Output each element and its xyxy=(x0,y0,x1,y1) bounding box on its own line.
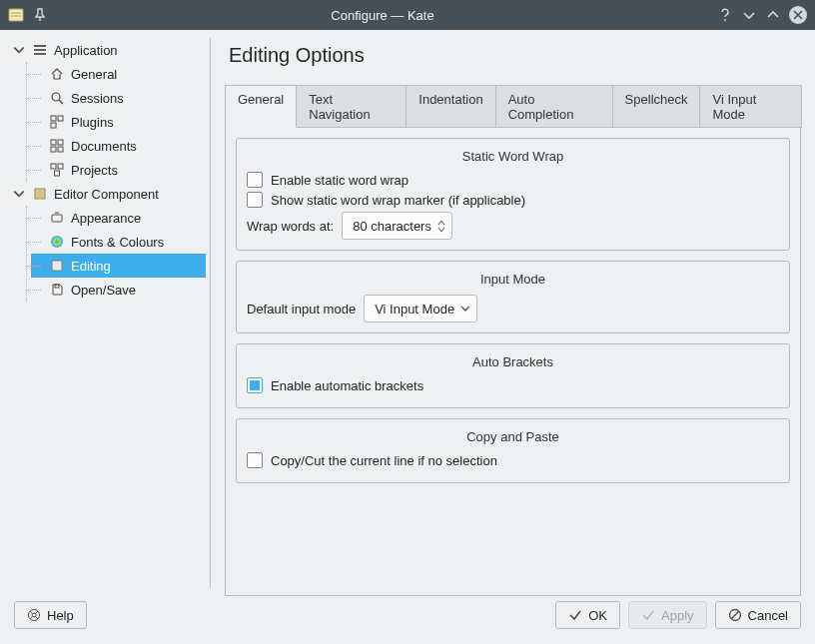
svg-rect-23 xyxy=(52,261,62,271)
tab-general[interactable]: General xyxy=(225,85,297,128)
sidebar-item-label: Projects xyxy=(71,163,118,178)
sidebar-item-appearance[interactable]: Appearance xyxy=(31,206,206,230)
svg-rect-19 xyxy=(35,189,45,199)
tab-vi-input-mode[interactable]: Vi Input Mode xyxy=(699,85,802,128)
sidebar-item-label: Sessions xyxy=(71,91,124,106)
titlebar: Configure — Kate xyxy=(0,0,815,30)
check-icon xyxy=(641,608,655,622)
svg-point-3 xyxy=(724,19,726,21)
check-icon xyxy=(568,608,582,622)
chevron-down-icon xyxy=(12,187,26,201)
svg-rect-12 xyxy=(51,140,56,145)
tab-bar: General Text Navigation Indentation Auto… xyxy=(225,85,801,128)
editor-icon xyxy=(32,186,48,202)
minimize-icon[interactable] xyxy=(741,7,757,23)
checkbox-enable-static-word-wrap[interactable] xyxy=(247,172,263,188)
chevron-up-icon xyxy=(437,220,445,226)
pin-icon[interactable] xyxy=(32,7,48,23)
content: Editing Options General Text Navigation … xyxy=(211,30,815,596)
svg-rect-16 xyxy=(51,164,56,169)
svg-rect-24 xyxy=(55,285,59,288)
sidebar-item-label: Appearance xyxy=(71,211,141,226)
cancel-icon xyxy=(728,608,742,622)
svg-point-22 xyxy=(51,236,63,248)
sidebar-item-open-save[interactable]: Open/Save xyxy=(31,278,206,302)
application-icon xyxy=(32,42,48,58)
checkbox-label: Show static word wrap marker (if applica… xyxy=(271,193,525,208)
chevron-down-icon xyxy=(12,43,26,57)
sidebar-item-sessions[interactable]: Sessions xyxy=(31,86,206,110)
svg-rect-14 xyxy=(51,147,56,152)
default-input-mode-label: Default input mode xyxy=(247,302,356,317)
svg-point-7 xyxy=(52,93,60,101)
checkbox-label: Enable static word wrap xyxy=(271,173,408,188)
ok-button[interactable]: OK xyxy=(555,601,620,629)
svg-rect-15 xyxy=(58,147,63,152)
spin-arrows[interactable] xyxy=(437,220,445,233)
tab-text-navigation[interactable]: Text Navigation xyxy=(296,85,407,128)
tab-indentation[interactable]: Indentation xyxy=(406,85,495,128)
button-label: Cancel xyxy=(748,608,788,623)
sidebar-item-label: Fonts & Colours xyxy=(71,235,164,250)
sidebar-item-documents[interactable]: Documents xyxy=(31,134,206,158)
documents-icon xyxy=(49,138,65,154)
sidebar-item-general[interactable]: General xyxy=(31,62,206,86)
svg-line-32 xyxy=(731,612,738,619)
tab-panel-general: Static Word Wrap Enable static word wrap… xyxy=(225,127,801,596)
tab-spellcheck[interactable]: Spellcheck xyxy=(612,85,701,128)
window-title: Configure — Kate xyxy=(48,8,717,23)
chevron-down-icon xyxy=(460,304,470,314)
fonts-colours-icon xyxy=(49,234,65,250)
tree-section-label: Editor Component xyxy=(54,187,159,202)
checkbox-show-static-word-wrap-marker[interactable] xyxy=(247,192,263,208)
group-auto-brackets: Auto Brackets Enable automatic brackets xyxy=(236,343,790,408)
window: Configure — Kate Applic xyxy=(0,0,815,644)
group-title: Auto Brackets xyxy=(247,354,779,369)
svg-line-28 xyxy=(36,611,39,614)
sidebar-item-label: General xyxy=(71,67,117,82)
wrap-words-spinbox[interactable]: 80 characters xyxy=(342,212,452,240)
sidebar-item-editing[interactable]: Editing xyxy=(31,254,206,278)
sidebar-item-projects[interactable]: Projects xyxy=(31,158,206,182)
tree-section-header-editor[interactable]: Editor Component xyxy=(10,182,206,206)
page-title: Editing Options xyxy=(229,44,801,67)
wrap-words-label: Wrap words at: xyxy=(247,219,334,234)
editing-icon xyxy=(49,258,65,274)
checkbox-copy-cut-current-line[interactable] xyxy=(247,452,263,468)
main: Application General Sessions Plugins xyxy=(0,30,815,596)
button-label: Help xyxy=(47,608,74,623)
tree-section-header-application[interactable]: Application xyxy=(10,38,206,62)
help-icon[interactable] xyxy=(717,7,733,23)
svg-line-30 xyxy=(36,617,39,620)
default-input-mode-combobox[interactable]: Vi Input Mode xyxy=(364,295,477,322)
apply-button[interactable]: Apply xyxy=(628,601,707,629)
tab-label: Vi Input Mode xyxy=(712,92,756,122)
svg-line-8 xyxy=(59,100,63,104)
button-label: Apply xyxy=(661,608,694,623)
help-icon xyxy=(27,608,41,622)
checkbox-label: Enable automatic brackets xyxy=(271,378,423,393)
cancel-button[interactable]: Cancel xyxy=(715,601,801,629)
close-button[interactable] xyxy=(789,6,807,24)
appearance-icon xyxy=(49,210,65,226)
button-label: OK xyxy=(588,608,607,623)
svg-line-27 xyxy=(30,611,33,614)
sidebar-item-plugins[interactable]: Plugins xyxy=(31,110,206,134)
tab-label: Text Navigation xyxy=(309,92,370,122)
sidebar-item-label: Open/Save xyxy=(71,283,136,298)
tree-section-label: Application xyxy=(54,43,118,58)
tab-label: Indentation xyxy=(418,92,482,107)
maximize-icon[interactable] xyxy=(765,7,781,23)
svg-rect-11 xyxy=(51,123,56,128)
help-button[interactable]: Help xyxy=(14,601,87,629)
combobox-value: Vi Input Mode xyxy=(375,302,454,317)
spinbox-value: 80 characters xyxy=(353,219,431,234)
sidebar-item-label: Documents xyxy=(71,139,137,154)
group-title: Input Mode xyxy=(247,272,779,287)
checkbox-enable-automatic-brackets[interactable] xyxy=(247,377,263,393)
svg-rect-13 xyxy=(58,140,63,145)
tab-label: General xyxy=(238,92,284,107)
app-icon xyxy=(8,7,24,23)
tab-auto-completion[interactable]: Auto Completion xyxy=(495,85,613,128)
sidebar-item-fonts-colours[interactable]: Fonts & Colours xyxy=(31,230,206,254)
